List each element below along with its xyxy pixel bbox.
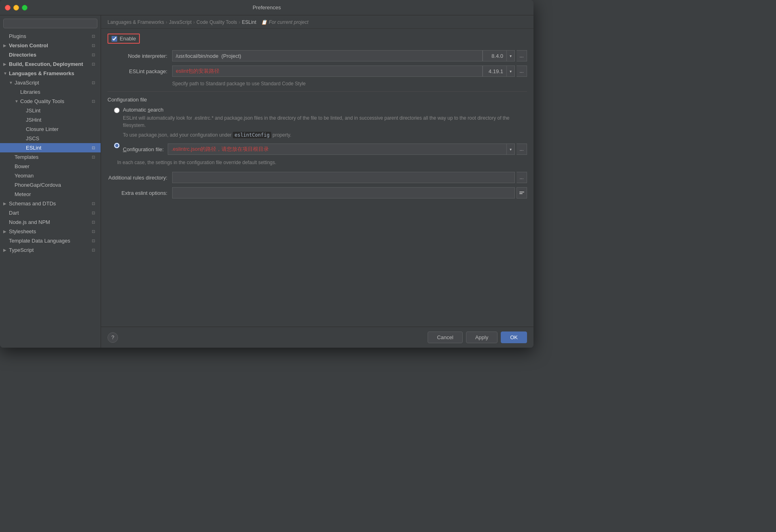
sidebar-item-typescript[interactable]: ▶ TypeScript ⊡ bbox=[0, 245, 101, 255]
section-separator bbox=[108, 91, 527, 92]
breadcrumb-code-quality: Code Quality Tools bbox=[196, 19, 237, 25]
settings-body: Enable Node interpreter: ▾ ... bbox=[101, 29, 534, 327]
maximize-button[interactable]: + bbox=[22, 5, 27, 11]
minimize-button[interactable]: − bbox=[13, 5, 19, 11]
sidebar-item-label: Stylesheets bbox=[9, 228, 90, 234]
config-file-label: Configuration file: bbox=[123, 146, 164, 152]
sidebar-item-label: JavaScript bbox=[15, 80, 90, 86]
sidebar-item-languages-frameworks[interactable]: ▼ Languages & Frameworks bbox=[0, 69, 101, 78]
sidebar-item-javascript[interactable]: ▼ JavaScript ⊡ bbox=[0, 78, 101, 87]
node-interpreter-control: ▾ ... bbox=[172, 50, 527, 61]
breadcrumb-sep2: › bbox=[193, 19, 195, 25]
sidebar-item-label: JSHint bbox=[26, 117, 97, 123]
additional-rules-ellipsis-btn[interactable]: ... bbox=[517, 172, 527, 183]
breadcrumb-sep3: › bbox=[239, 19, 240, 25]
sidebar-item-label: Directories bbox=[9, 52, 90, 58]
eslint-dropdown-btn[interactable]: ▾ bbox=[507, 65, 515, 77]
sidebar-item-jslint[interactable]: JSLint bbox=[0, 106, 101, 115]
bottom-bar: ? Cancel Apply OK bbox=[101, 327, 534, 348]
sidebar-item-phonegap[interactable]: PhoneGap/Cordova bbox=[0, 180, 101, 190]
eslint-package-input-group: ▾ bbox=[172, 65, 515, 77]
extra-eslint-input[interactable] bbox=[172, 187, 515, 198]
node-dropdown-btn[interactable]: ▾ bbox=[507, 50, 515, 61]
sidebar-item-dart[interactable]: Dart ⊡ bbox=[0, 208, 101, 217]
copy-icon: ⊡ bbox=[92, 62, 97, 66]
sidebar-item-bower[interactable]: Bower bbox=[0, 162, 101, 171]
sidebar: Plugins ⊡ ▶ Version Control ⊡ Directorie… bbox=[0, 15, 101, 348]
sidebar-item-templates[interactable]: Templates ⊡ bbox=[0, 152, 101, 162]
help-button[interactable]: ? bbox=[108, 332, 118, 343]
sidebar-item-closure-linter[interactable]: Closure Linter bbox=[0, 125, 101, 134]
ok-button[interactable]: OK bbox=[501, 331, 527, 343]
sidebar-item-label: Schemas and DTDs bbox=[9, 201, 90, 207]
sidebar-item-label: Version Control bbox=[9, 42, 90, 49]
arrow-icon: ▶ bbox=[3, 229, 9, 234]
sidebar-item-template-data-languages[interactable]: Template Data Languages ⊡ bbox=[0, 236, 101, 245]
arrow-icon: ▶ bbox=[3, 201, 9, 206]
sidebar-item-build[interactable]: ▶ Build, Execution, Deployment ⊡ bbox=[0, 59, 101, 69]
enable-row: Enable bbox=[108, 34, 527, 44]
auto-search-label-block: Automatic search ESLint will automatical… bbox=[123, 107, 527, 139]
sidebar-item-label: JSCS bbox=[26, 135, 97, 141]
cancel-button[interactable]: Cancel bbox=[428, 331, 462, 343]
sidebar-item-label: Yeoman bbox=[15, 173, 97, 179]
sidebar-item-label: JSLint bbox=[26, 108, 97, 114]
auto-search-desc2: To use package.json, add your configurat… bbox=[123, 131, 527, 139]
sidebar-item-label: TypeScript bbox=[9, 247, 90, 253]
arrow-icon: ▶ bbox=[3, 248, 9, 252]
window-controls: × − + bbox=[5, 5, 27, 11]
copy-icon: ⊡ bbox=[92, 229, 97, 234]
config-file-label-block: Configuration file: ▾ ... bbox=[123, 142, 527, 155]
close-button[interactable]: × bbox=[5, 5, 11, 11]
sidebar-item-jscs[interactable]: JSCS bbox=[0, 134, 101, 143]
eslint-package-input[interactable] bbox=[172, 65, 483, 77]
config-file-dropdown-btn[interactable]: ▾ bbox=[507, 144, 515, 155]
bottom-actions: Cancel Apply OK bbox=[428, 331, 527, 343]
sidebar-item-schemas-dtds[interactable]: ▶ Schemas and DTDs ⊡ bbox=[0, 199, 101, 208]
auto-search-radio[interactable] bbox=[114, 108, 120, 113]
copy-icon: ⊡ bbox=[92, 201, 97, 206]
sidebar-item-nodejs-npm[interactable]: Node.js and NPM ⊡ bbox=[0, 217, 101, 227]
additional-rules-input[interactable] bbox=[172, 172, 515, 183]
sidebar-item-stylesheets[interactable]: ▶ Stylesheets ⊡ bbox=[0, 227, 101, 236]
sidebar-item-label: Node.js and NPM bbox=[9, 219, 90, 225]
apply-button[interactable]: Apply bbox=[466, 331, 498, 343]
extra-eslint-ellipsis-btn[interactable] bbox=[517, 187, 527, 198]
title-bar: × − + Preferences bbox=[0, 0, 534, 15]
sidebar-item-plugins[interactable]: Plugins ⊡ bbox=[0, 32, 101, 41]
config-file-input-row: Configuration file: ▾ ... bbox=[123, 144, 527, 155]
sidebar-item-label: Languages & Frameworks bbox=[9, 70, 97, 76]
sidebar-item-meteor[interactable]: Meteor bbox=[0, 190, 101, 199]
sidebar-item-label: Meteor bbox=[15, 191, 97, 197]
config-file-input[interactable] bbox=[168, 144, 507, 155]
for-current-project: 📋For current project bbox=[261, 19, 308, 25]
copy-icon: ⊡ bbox=[92, 220, 97, 224]
sidebar-item-version-control[interactable]: ▶ Version Control ⊡ bbox=[0, 41, 101, 50]
sidebar-search-container bbox=[0, 15, 101, 32]
node-version-input bbox=[483, 50, 507, 61]
sidebar-item-eslint[interactable]: ESLint ⊡ bbox=[0, 143, 101, 152]
config-file-radio[interactable] bbox=[114, 143, 120, 148]
enable-checkbox[interactable] bbox=[112, 36, 117, 42]
enable-checkbox-wrapper[interactable]: Enable bbox=[108, 34, 140, 44]
main-layout: Plugins ⊡ ▶ Version Control ⊡ Directorie… bbox=[0, 15, 534, 348]
eslint-hint: Specify path to Standard package to use … bbox=[172, 81, 527, 87]
sidebar-item-yeoman[interactable]: Yeoman bbox=[0, 171, 101, 180]
eslint-version-group bbox=[483, 65, 507, 77]
sidebar-item-directories[interactable]: Directories ⊡ bbox=[0, 50, 101, 59]
sidebar-item-libraries[interactable]: Libraries bbox=[0, 87, 101, 97]
extra-eslint-label: Extra eslint options: bbox=[108, 190, 172, 196]
breadcrumb-eslint: ESLint bbox=[242, 19, 256, 25]
auto-search-row: Automatic search ESLint will automatical… bbox=[114, 107, 527, 139]
search-input[interactable] bbox=[3, 19, 97, 28]
sidebar-item-code-quality-tools[interactable]: ▼ Code Quality Tools ⊡ bbox=[0, 97, 101, 106]
config-file-ellipsis-btn[interactable]: ... bbox=[517, 144, 527, 155]
sidebar-item-label: Bower bbox=[15, 163, 97, 169]
sidebar-item-jshint[interactable]: JSHint bbox=[0, 115, 101, 125]
node-interpreter-input[interactable] bbox=[172, 50, 483, 61]
arrow-icon: ▶ bbox=[3, 43, 9, 48]
node-ellipsis-btn[interactable]: ... bbox=[517, 50, 527, 61]
eslint-ellipsis-btn[interactable]: ... bbox=[517, 65, 527, 77]
config-section-label: Configuration file bbox=[108, 97, 527, 103]
override-note: In each case, the settings in the config… bbox=[117, 160, 527, 165]
